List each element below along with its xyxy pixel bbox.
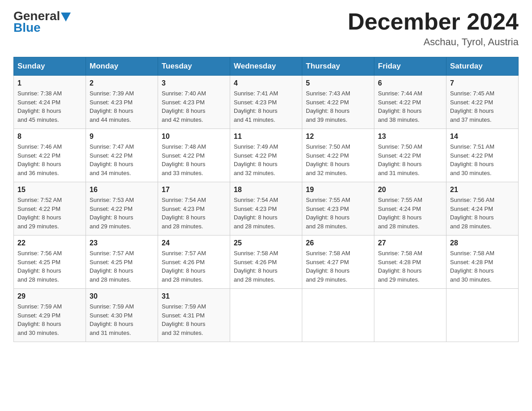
- day-info: Sunrise: 7:55 AMSunset: 4:23 PMDaylight:…: [306, 197, 350, 230]
- calendar-cell: 29 Sunrise: 7:59 AMSunset: 4:29 PMDaylig…: [14, 289, 86, 342]
- day-number: 31: [162, 292, 226, 300]
- title-section: December 2024 Aschau, Tyrol, Austria: [348, 9, 519, 48]
- day-number: 21: [450, 186, 515, 194]
- calendar-table: Sunday Monday Tuesday Wednesday Thursday…: [13, 57, 519, 342]
- day-number: 7: [450, 79, 515, 87]
- calendar-cell: [230, 289, 302, 342]
- day-number: 14: [450, 133, 515, 141]
- calendar-cell: 28 Sunrise: 7:58 AMSunset: 4:28 PMDaylig…: [446, 235, 519, 289]
- calendar-week-1: 1 Sunrise: 7:38 AMSunset: 4:24 PMDayligh…: [14, 76, 519, 129]
- day-number: 4: [234, 79, 298, 87]
- day-info: Sunrise: 7:48 AMSunset: 4:22 PMDaylight:…: [162, 143, 206, 176]
- calendar-cell: 30 Sunrise: 7:59 AMSunset: 4:30 PMDaylig…: [86, 289, 158, 342]
- day-info: Sunrise: 7:52 AMSunset: 4:22 PMDaylight:…: [17, 197, 62, 230]
- day-info: Sunrise: 7:58 AMSunset: 4:27 PMDaylight:…: [306, 250, 350, 283]
- day-number: 12: [306, 133, 370, 141]
- calendar-cell: 14 Sunrise: 7:51 AMSunset: 4:22 PMDaylig…: [446, 129, 519, 182]
- day-info: Sunrise: 7:58 AMSunset: 4:26 PMDaylight:…: [234, 250, 278, 283]
- day-number: 13: [378, 133, 442, 141]
- calendar-cell: 5 Sunrise: 7:43 AMSunset: 4:22 PMDayligh…: [302, 76, 374, 129]
- day-info: Sunrise: 7:50 AMSunset: 4:22 PMDaylight:…: [378, 143, 422, 176]
- calendar-cell: 1 Sunrise: 7:38 AMSunset: 4:24 PMDayligh…: [14, 76, 86, 129]
- calendar-cell: 31 Sunrise: 7:59 AMSunset: 4:31 PMDaylig…: [158, 289, 230, 342]
- day-number: 19: [306, 186, 370, 194]
- logo: General Blue: [13, 9, 71, 35]
- calendar-week-4: 22 Sunrise: 7:56 AMSunset: 4:25 PMDaylig…: [14, 235, 519, 289]
- day-number: 20: [378, 186, 442, 194]
- day-info: Sunrise: 7:56 AMSunset: 4:24 PMDaylight:…: [450, 197, 494, 230]
- calendar-cell: 9 Sunrise: 7:47 AMSunset: 4:22 PMDayligh…: [86, 129, 158, 182]
- day-info: Sunrise: 7:46 AMSunset: 4:22 PMDaylight:…: [17, 143, 62, 176]
- day-number: 16: [90, 186, 154, 194]
- header-monday: Monday: [86, 57, 158, 76]
- calendar-cell: [374, 289, 446, 342]
- calendar-week-2: 8 Sunrise: 7:46 AMSunset: 4:22 PMDayligh…: [14, 129, 519, 182]
- calendar-cell: 4 Sunrise: 7:41 AMSunset: 4:23 PMDayligh…: [230, 76, 302, 129]
- header-thursday: Thursday: [302, 57, 374, 76]
- header-tuesday: Tuesday: [158, 57, 230, 76]
- day-info: Sunrise: 7:57 AMSunset: 4:25 PMDaylight:…: [90, 250, 134, 283]
- day-number: 5: [306, 79, 370, 87]
- day-info: Sunrise: 7:39 AMSunset: 4:23 PMDaylight:…: [90, 90, 134, 123]
- day-number: 22: [17, 239, 82, 247]
- day-info: Sunrise: 7:55 AMSunset: 4:24 PMDaylight:…: [378, 197, 422, 230]
- day-number: 25: [234, 239, 298, 247]
- svg-marker-0: [61, 13, 71, 21]
- day-number: 28: [450, 239, 515, 247]
- calendar-cell: 8 Sunrise: 7:46 AMSunset: 4:22 PMDayligh…: [14, 129, 86, 182]
- day-info: Sunrise: 7:49 AMSunset: 4:22 PMDaylight:…: [234, 143, 278, 176]
- day-number: 29: [17, 292, 82, 300]
- header-saturday: Saturday: [446, 57, 519, 76]
- calendar-cell: 2 Sunrise: 7:39 AMSunset: 4:23 PMDayligh…: [86, 76, 158, 129]
- day-info: Sunrise: 7:53 AMSunset: 4:22 PMDaylight:…: [90, 197, 134, 230]
- day-info: Sunrise: 7:54 AMSunset: 4:23 PMDaylight:…: [162, 197, 206, 230]
- day-info: Sunrise: 7:43 AMSunset: 4:22 PMDaylight:…: [306, 90, 350, 123]
- month-title: December 2024: [348, 9, 519, 34]
- logo-blue-text: Blue: [13, 21, 41, 35]
- calendar-cell: 20 Sunrise: 7:55 AMSunset: 4:24 PMDaylig…: [374, 182, 446, 235]
- calendar-cell: 12 Sunrise: 7:50 AMSunset: 4:22 PMDaylig…: [302, 129, 374, 182]
- day-info: Sunrise: 7:41 AMSunset: 4:23 PMDaylight:…: [234, 90, 278, 123]
- calendar-cell: 7 Sunrise: 7:45 AMSunset: 4:22 PMDayligh…: [446, 76, 519, 129]
- logo-arrow-icon: [61, 13, 71, 21]
- page-header: General Blue December 2024 Aschau, Tyrol…: [13, 9, 519, 48]
- day-info: Sunrise: 7:40 AMSunset: 4:23 PMDaylight:…: [162, 90, 206, 123]
- calendar-cell: 19 Sunrise: 7:55 AMSunset: 4:23 PMDaylig…: [302, 182, 374, 235]
- day-info: Sunrise: 7:57 AMSunset: 4:26 PMDaylight:…: [162, 250, 206, 283]
- calendar-cell: 26 Sunrise: 7:58 AMSunset: 4:27 PMDaylig…: [302, 235, 374, 289]
- day-number: 2: [90, 79, 154, 87]
- calendar-cell: 22 Sunrise: 7:56 AMSunset: 4:25 PMDaylig…: [14, 235, 86, 289]
- header-sunday: Sunday: [14, 57, 86, 76]
- calendar-cell: 18 Sunrise: 7:54 AMSunset: 4:23 PMDaylig…: [230, 182, 302, 235]
- calendar-cell: 23 Sunrise: 7:57 AMSunset: 4:25 PMDaylig…: [86, 235, 158, 289]
- calendar-cell: 21 Sunrise: 7:56 AMSunset: 4:24 PMDaylig…: [446, 182, 519, 235]
- day-info: Sunrise: 7:59 AMSunset: 4:29 PMDaylight:…: [17, 303, 62, 336]
- day-number: 17: [162, 186, 226, 194]
- day-info: Sunrise: 7:45 AMSunset: 4:22 PMDaylight:…: [450, 90, 494, 123]
- calendar-cell: 13 Sunrise: 7:50 AMSunset: 4:22 PMDaylig…: [374, 129, 446, 182]
- day-number: 8: [17, 133, 82, 141]
- calendar-cell: 6 Sunrise: 7:44 AMSunset: 4:22 PMDayligh…: [374, 76, 446, 129]
- day-info: Sunrise: 7:58 AMSunset: 4:28 PMDaylight:…: [378, 250, 422, 283]
- day-info: Sunrise: 7:38 AMSunset: 4:24 PMDaylight:…: [17, 90, 62, 123]
- calendar-header-row: Sunday Monday Tuesday Wednesday Thursday…: [14, 57, 519, 76]
- calendar-cell: 27 Sunrise: 7:58 AMSunset: 4:28 PMDaylig…: [374, 235, 446, 289]
- calendar-cell: 11 Sunrise: 7:49 AMSunset: 4:22 PMDaylig…: [230, 129, 302, 182]
- day-number: 26: [306, 239, 370, 247]
- header-wednesday: Wednesday: [230, 57, 302, 76]
- day-number: 1: [17, 79, 82, 87]
- day-number: 15: [17, 186, 82, 194]
- calendar-cell: 10 Sunrise: 7:48 AMSunset: 4:22 PMDaylig…: [158, 129, 230, 182]
- day-number: 11: [234, 133, 298, 141]
- day-info: Sunrise: 7:51 AMSunset: 4:22 PMDaylight:…: [450, 143, 494, 176]
- calendar-week-3: 15 Sunrise: 7:52 AMSunset: 4:22 PMDaylig…: [14, 182, 519, 235]
- calendar-cell: [302, 289, 374, 342]
- day-number: 27: [378, 239, 442, 247]
- day-info: Sunrise: 7:47 AMSunset: 4:22 PMDaylight:…: [90, 143, 134, 176]
- day-info: Sunrise: 7:59 AMSunset: 4:30 PMDaylight:…: [90, 303, 134, 336]
- location-subtitle: Aschau, Tyrol, Austria: [348, 36, 519, 48]
- day-number: 10: [162, 133, 226, 141]
- calendar-cell: [446, 289, 519, 342]
- day-number: 30: [90, 292, 154, 300]
- day-number: 3: [162, 79, 226, 87]
